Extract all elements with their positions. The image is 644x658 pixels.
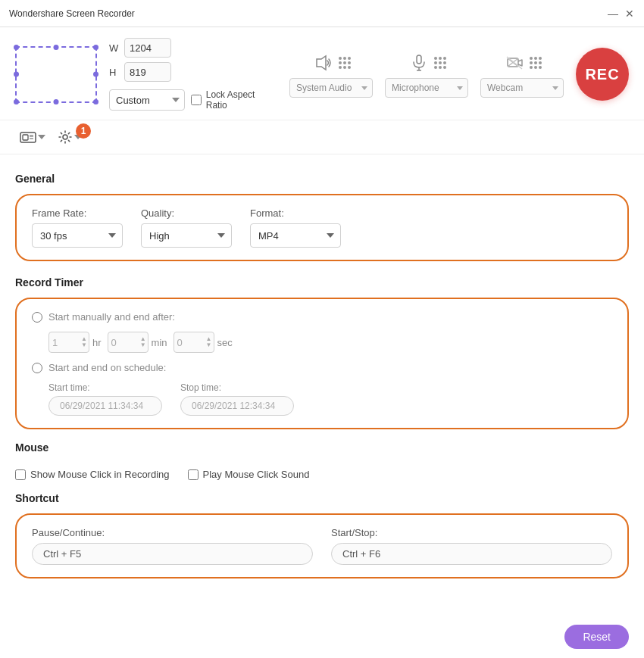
time-inputs: ▲ ▼ hr ▲ ▼ min	[48, 332, 612, 353]
play-sound-checkbox[interactable]	[188, 469, 199, 480]
pause-field: Pause/Continue:	[32, 527, 313, 565]
webcam-icon-btn[interactable]	[502, 51, 527, 75]
frame-rate-select[interactable]: 20 fps 25 fps 30 fps 60 fps	[32, 223, 123, 248]
title-bar: Wondershare Screen Recorder — ✕	[0, 0, 644, 27]
shortcut-row: Pause/Continue: Start/Stop:	[32, 527, 612, 565]
svg-marker-0	[317, 56, 326, 70]
stop-time-label: Stop time:	[180, 382, 294, 393]
shortcut-title: Shortcut	[15, 492, 629, 504]
mouse-title: Mouse	[15, 441, 629, 454]
svg-point-12	[63, 135, 67, 139]
audio-section: System Audio	[289, 51, 564, 98]
minimize-button[interactable]: —	[608, 8, 618, 19]
pause-label: Pause/Continue:	[32, 527, 313, 538]
system-audio-icons	[311, 51, 351, 75]
sec-unit: sec	[217, 337, 233, 348]
capture-mode-button[interactable]	[15, 127, 50, 147]
show-click-checkbox[interactable]	[15, 469, 26, 480]
hr-spinbox[interactable]: ▲ ▼	[48, 332, 89, 353]
microphone-grid-icon	[434, 57, 446, 69]
system-audio-icon-btn[interactable]	[311, 51, 336, 75]
resize-handle-bl[interactable]	[14, 99, 19, 104]
resize-handle-tr[interactable]	[93, 45, 98, 50]
start-stop-input[interactable]	[331, 543, 612, 565]
timer-radio2[interactable]	[32, 363, 42, 373]
stop-time-field: Stop time:	[180, 382, 294, 416]
start-time-label: Start time:	[48, 382, 162, 393]
timer-radio1[interactable]	[32, 312, 42, 323]
hr-unit: hr	[92, 337, 102, 348]
webcam-select[interactable]: Webcam	[480, 78, 564, 98]
timer-option2: Start and end on schedule:	[32, 362, 612, 373]
start-time-field: Start time:	[48, 382, 162, 416]
lock-aspect-checkbox[interactable]	[191, 95, 202, 105]
settings-badge: 1	[76, 123, 91, 139]
height-input[interactable]	[124, 62, 171, 82]
schedule-inputs: Start time: Stop time:	[48, 382, 612, 416]
timer-option1: Start manually and end after:	[32, 311, 612, 323]
system-audio-device: System Audio	[289, 51, 373, 98]
resize-handle-tm[interactable]	[54, 45, 59, 50]
lock-aspect-label[interactable]: Lock Aspect Ratio	[191, 89, 277, 111]
webcam-grid-icon	[530, 57, 542, 69]
width-input[interactable]	[124, 38, 171, 58]
hr-down-arrow[interactable]: ▼	[81, 342, 87, 348]
general-title: General	[15, 173, 629, 185]
resize-handle-tl[interactable]	[14, 45, 19, 50]
preset-row: Custom Full Screen 720p 1080p Lock Aspec…	[109, 89, 277, 111]
dimensions-panel: W H Custom Full Screen 720p 1080p Lock A…	[109, 38, 277, 111]
hr-input[interactable]	[52, 337, 75, 348]
app-title: Wondershare Screen Recorder	[9, 8, 608, 19]
quality-field: Quality: Low Medium High	[141, 207, 232, 248]
format-label: Format:	[250, 207, 341, 219]
start-stop-field: Start/Stop:	[331, 527, 612, 565]
reset-button[interactable]: Reset	[564, 625, 629, 649]
system-audio-select[interactable]: System Audio	[289, 78, 373, 98]
sec-arrows: ▲ ▼	[206, 336, 212, 348]
settings-content: General Frame Rate: 20 fps 25 fps 30 fps…	[0, 154, 644, 658]
svg-rect-11	[30, 138, 33, 139]
window-controls: — ✕	[608, 8, 635, 19]
height-label: H	[109, 67, 120, 78]
preset-select[interactable]: Custom Full Screen 720p 1080p	[109, 89, 185, 111]
svg-rect-9	[23, 135, 28, 140]
sec-down-arrow[interactable]: ▼	[206, 342, 212, 348]
dropdown-arrow-icon	[38, 135, 45, 139]
rec-button[interactable]: REC	[576, 48, 629, 101]
general-form-row: Frame Rate: 20 fps 25 fps 30 fps 60 fps …	[32, 207, 612, 248]
record-timer-title: Record Timer	[15, 276, 629, 288]
min-down-arrow[interactable]: ▼	[140, 342, 146, 348]
timer-option2-label: Start and end on schedule:	[48, 362, 166, 373]
min-spinbox[interactable]: ▲ ▼	[108, 332, 148, 353]
main-container: W H Custom Full Screen 720p 1080p Lock A…	[0, 27, 644, 658]
stop-time-input[interactable]	[180, 396, 294, 416]
resize-handle-br[interactable]	[93, 99, 98, 104]
microphone-select[interactable]: Microphone	[385, 78, 468, 98]
quality-select[interactable]: Low Medium High	[141, 223, 232, 248]
close-button[interactable]: ✕	[624, 8, 635, 19]
show-click-option[interactable]: Show Mouse Click in Recording	[15, 469, 170, 480]
sec-spinbox[interactable]: ▲ ▼	[174, 332, 214, 353]
settings-button[interactable]: 1	[53, 126, 86, 148]
pause-input[interactable]	[32, 543, 313, 565]
min-group: ▲ ▼ min	[108, 332, 167, 353]
microphone-device: Microphone	[385, 51, 468, 98]
start-time-input[interactable]	[48, 396, 162, 416]
webcam-icons	[502, 51, 542, 75]
min-input[interactable]	[111, 337, 134, 348]
resize-handle-rm[interactable]	[93, 72, 98, 77]
system-audio-grid-icon	[339, 57, 351, 69]
min-unit: min	[152, 337, 167, 348]
microphone-icon-btn[interactable]	[407, 51, 431, 75]
resize-handle-lm[interactable]	[14, 72, 19, 77]
frame-rate-field: Frame Rate: 20 fps 25 fps 30 fps 60 fps	[32, 207, 123, 248]
svg-rect-1	[417, 55, 421, 64]
format-select[interactable]: MP4 MOV AVI GIF	[250, 223, 341, 248]
resize-handle-bm[interactable]	[54, 99, 59, 104]
play-sound-option[interactable]: Play Mouse Click Sound	[188, 469, 310, 480]
sec-input[interactable]	[177, 337, 200, 348]
start-stop-label: Start/Stop:	[331, 527, 612, 538]
sec-group: ▲ ▼ sec	[174, 332, 233, 353]
format-field: Format: MP4 MOV AVI GIF	[250, 207, 341, 248]
general-box: Frame Rate: 20 fps 25 fps 30 fps 60 fps …	[15, 194, 629, 261]
